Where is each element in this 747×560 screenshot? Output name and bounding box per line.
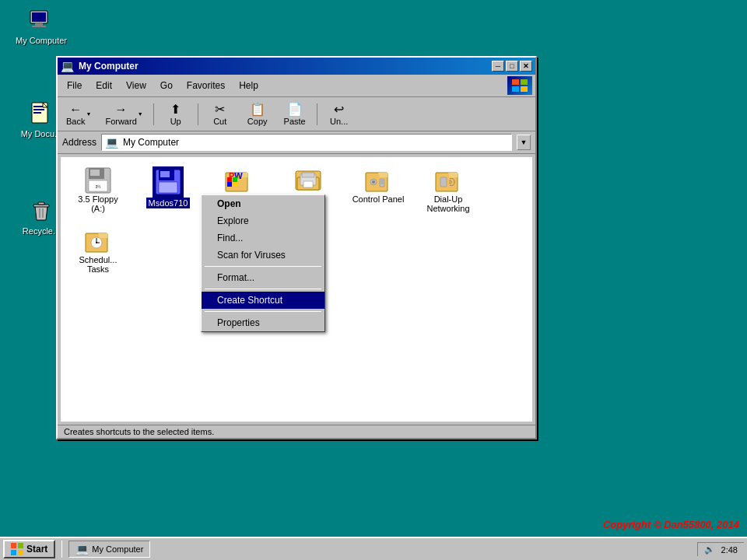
up-icon: ⬆ [170, 102, 181, 117]
up-button[interactable]: ⬆ Up [159, 100, 193, 128]
ctx-find[interactable]: Find... [202, 229, 324, 247]
start-button[interactable]: Start [3, 540, 55, 558]
title-icon: 💻 [61, 60, 74, 72]
svg-rect-49 [11, 550, 16, 555]
svg-rect-3 [32, 26, 46, 27]
copyright-text: Copyright © Dan55800, 2014 [603, 519, 739, 530]
file-icon-floppy[interactable]: 3½ 3.5 Floppy (A:) [67, 163, 129, 216]
volume-icon[interactable]: 🔊 [704, 544, 715, 555]
back-arrow[interactable]: ▼ [86, 111, 91, 117]
svg-rect-48 [18, 543, 23, 548]
taskbar-item-icon: 💻 [75, 543, 89, 555]
close-button[interactable]: ✕ [520, 61, 532, 72]
svg-rect-28 [302, 173, 314, 177]
menu-help[interactable]: Help [233, 79, 265, 93]
start-label: Start [26, 544, 47, 555]
address-dropdown-button[interactable]: ▼ [517, 135, 531, 150]
svg-rect-10 [512, 79, 519, 85]
paste-button[interactable]: 📄 Paste [278, 100, 312, 128]
ctx-sep1 [205, 266, 321, 267]
svg-point-46 [96, 242, 97, 243]
taskbar-clock-area: 🔊 2:48 [697, 542, 744, 556]
svg-rect-13 [521, 86, 528, 92]
svg-point-33 [372, 180, 375, 184]
ctx-scan[interactable]: Scan for Viruses [202, 247, 324, 264]
address-icon: 💻 [105, 136, 118, 149]
maximize-button[interactable]: □ [506, 61, 518, 72]
my-computer-label: My Computer [16, 36, 67, 45]
paste-icon: 📄 [287, 102, 303, 117]
scheduled-label: Schedul...Tasks [79, 255, 117, 274]
ctx-sep2 [205, 289, 321, 289]
my-computer-icon [29, 8, 54, 33]
menu-file[interactable]: File [61, 79, 88, 93]
minimize-button[interactable]: ─ [492, 61, 504, 72]
title-bar: 💻 My Computer ─ □ ✕ [58, 58, 535, 75]
floppy-label: 3.5 Floppy (A:) [70, 194, 126, 213]
file-icon-dialup[interactable]: Dial-Up Networking [417, 163, 479, 216]
svg-rect-11 [521, 79, 528, 85]
cut-icon: ✂ [215, 102, 225, 117]
back-icon: ← [69, 103, 82, 117]
undo-button[interactable]: ↩ Un... [322, 100, 356, 128]
svg-rect-7 [33, 112, 41, 114]
svg-rect-2 [35, 23, 43, 26]
forward-icon: → [115, 103, 128, 117]
undo-icon: ↩ [334, 102, 344, 117]
ctx-sep3 [205, 311, 321, 312]
dialup-label: Dial-Up Networking [420, 194, 476, 213]
ctx-properties[interactable]: Properties [202, 314, 324, 331]
address-value: My Computer [123, 137, 179, 148]
file-icon-scheduled[interactable]: Schedul...Tasks [67, 224, 129, 277]
svg-rect-34 [380, 179, 384, 187]
my-documents-icon [29, 101, 54, 126]
menu-view[interactable]: View [120, 79, 153, 93]
content-area: 3½ 3.5 Floppy (A:) Msdos710 [61, 157, 532, 422]
taskbar-separator [61, 541, 62, 558]
ctx-open[interactable]: Open [202, 195, 324, 212]
menu-bar-logo [507, 76, 532, 95]
svg-rect-16 [90, 170, 100, 176]
menu-go[interactable]: Go [154, 79, 179, 93]
file-icon-msdos[interactable]: Msdos710 [137, 163, 199, 216]
control-panel-label: Control Panel [352, 194, 405, 204]
forward-arrow[interactable]: ▼ [138, 111, 143, 117]
copy-button[interactable]: 📋 Copy [240, 100, 275, 128]
svg-rect-12 [512, 86, 519, 92]
taskbar-item-my-computer[interactable]: 💻 My Computer [68, 541, 150, 558]
back-button[interactable]: ← Back ▼ [61, 100, 96, 128]
svg-rect-9 [38, 202, 44, 205]
svg-rect-50 [18, 550, 23, 555]
context-menu: Open Explore Find... Scan for Viruses Fo… [201, 194, 325, 332]
cut-button[interactable]: ✂ Cut [203, 100, 237, 128]
svg-rect-40 [440, 177, 447, 187]
my-computer-window: 💻 My Computer ─ □ ✕ File Edit View Go Fa… [56, 56, 537, 439]
svg-rect-1 [32, 12, 46, 22]
svg-rect-47 [11, 543, 16, 548]
ctx-create-shortcut[interactable]: Create Shortcut [202, 292, 324, 309]
status-bar: Creates shortcuts to the selected items. [58, 425, 535, 438]
toolbar: ← Back ▼ → Forward ▼ ⬆ Up ✂ Cut 📋 Copy � [58, 97, 535, 131]
file-icon-control-panel[interactable]: Control Panel [347, 163, 409, 216]
forward-button[interactable]: → Forward ▼ [100, 100, 148, 128]
copy-icon: 📋 [250, 102, 265, 117]
ctx-format[interactable]: Format... [202, 269, 324, 286]
svg-rect-21 [160, 171, 170, 177]
address-field[interactable]: 💻 My Computer [101, 134, 512, 151]
taskbar-item-label: My Computer [92, 544, 143, 554]
menu-bar: File Edit View Go Favorites Help [58, 75, 535, 97]
recycle-bin-icon [29, 198, 54, 223]
menu-favorites[interactable]: Favorites [181, 79, 231, 93]
msdos-label: Msdos710 [146, 198, 191, 208]
clock: 2:48 [721, 545, 738, 555]
window-title: My Computer [79, 61, 139, 72]
svg-rect-29 [303, 181, 313, 187]
desktop-icon-my-computer[interactable]: My Computer [14, 8, 68, 45]
taskbar: Start 💻 My Computer 🔊 2:48 [0, 537, 747, 560]
address-bar: Address 💻 My Computer ▼ [58, 131, 535, 154]
menu-edit[interactable]: Edit [89, 79, 118, 93]
ctx-explore[interactable]: Explore [202, 212, 324, 229]
svg-rect-6 [33, 109, 44, 110]
status-text: Creates shortcuts to the selected items. [64, 427, 214, 436]
svg-rect-22 [159, 182, 177, 193]
